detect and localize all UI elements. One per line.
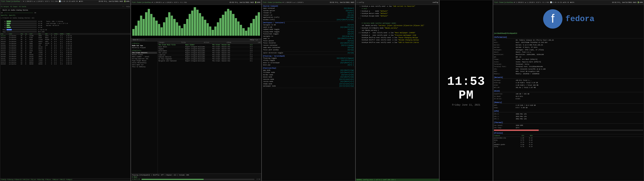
- viz-bar: [206, 23, 209, 36]
- f1-key[interactable]: F1 Output: [1, 6, 9, 8]
- search-input[interactable]: [139, 39, 250, 41]
- kb-row: focus children[S]+[Shift]+[a]: [263, 42, 354, 44]
- load-info: Load average: 1.91 1.37 1.8: [46, 22, 68, 24]
- table-row: 361243jordankhw200573M642M8B1S1.30.82.32…: [0, 37, 130, 38]
- viz-bar: [160, 27, 163, 36]
- network-section: [Network] Gateway:430 B/s Total 1... Eth…: [494, 76, 643, 89]
- cfg-line: # Variety mode (within wallpaper mode): [356, 22, 438, 24]
- process-table: PID USER PRI NI VIRT RES SHR S CPU% MEM%…: [0, 33, 130, 178]
- rp-ram: RAM:2.29 GiB / 15.9 GiB GB: [494, 104, 643, 106]
- viz-bar: [158, 24, 160, 36]
- svg-text:f: f: [551, 12, 554, 25]
- list-item[interactable]: Sagana Rupert Gregson-Williams The Crown…: [158, 48, 261, 50]
- rp-term-font: Terminal Font:Terminal Font: DroidSansMo…: [494, 66, 643, 68]
- viz-bar: [132, 29, 134, 36]
- cfg-line: bindsym Shift+a exec notify-send -u low …: [356, 42, 438, 44]
- kb-row: tabbed mode toggle[S]+[t]: [263, 28, 354, 31]
- help-type: Type ?: [255, 39, 260, 41]
- list-item[interactable]: Cabinet Returns Rupert Gregson-Williams …: [158, 56, 261, 58]
- cfg-line: # exit: [356, 8, 438, 10]
- kb-row: wallpaper mode [Ctrl]+[Alt]+[w]: [263, 85, 354, 88]
- kb-titlebar: fish /home/jordankhwu — ▼ 1.30KiB/s ▲ 1.…: [262, 0, 355, 5]
- information-title: [Information]: [494, 36, 643, 38]
- system-command-title: [System Command]: [263, 5, 354, 7]
- list-item[interactable]: The Letter Rupert Gregson-Williams The C…: [158, 52, 261, 54]
- list-item[interactable]: In This Together Rupert Gregson-Williams…: [158, 58, 261, 60]
- clock-panel: 11:53 PM Friday June 11, 2021: [440, 0, 493, 181]
- list-item[interactable]: The Crown Main Title Hans Zimmer The Cro…: [158, 44, 261, 46]
- proc-col-mem: MEM: [524, 135, 532, 136]
- thermal-title: [Thermal]: [494, 122, 643, 124]
- viz-bar: [230, 10, 232, 36]
- viz-bar: [242, 28, 244, 36]
- viz-bar: [252, 19, 255, 36]
- cpu-detail-section: [CPU] CPU 0:3006 MHz 12% CPU 1:3015 MHz …: [494, 110, 643, 120]
- playlist-mozart[interactable]: Mozart Piano: [132, 54, 157, 56]
- playlist-debussy[interactable]: This Is Debussy: [132, 66, 157, 68]
- progress-bar[interactable]: [142, 179, 254, 180]
- viz-bar: [142, 19, 145, 36]
- viz-bar: [212, 30, 214, 36]
- list-item[interactable]: Duck Shoot Rupert Gregson-Williams The C…: [158, 46, 261, 48]
- help-key: ? - help: [122, 6, 130, 8]
- rp-eth0: Eth0-Up:4.39 KiB/sTotal 4.19 GB: [494, 82, 643, 84]
- list-item: pulsevideo-sta1.250.14: [494, 137, 643, 139]
- rp-theme: Theme:Theme: Arc-Dark [GTK2/3]: [494, 58, 643, 61]
- list-item[interactable]: Limerick Rupert Gregson-Williams The Cro…: [158, 54, 261, 56]
- rp-cpu1: CPU 1:3015 MHz 12%: [494, 116, 643, 118]
- playlist-pipeorgan[interactable]: Pipe Organ Music: [132, 60, 157, 62]
- thermal-section: [Thermal] Fan Speed:3599 RPM CPU Temp:33…: [494, 122, 643, 131]
- information-section: [Information] OS:OS: Fedora release 34 (…: [494, 36, 643, 75]
- playlist-hanszimmer[interactable]: Hans Zimmer – Intel: [132, 56, 157, 58]
- audio-bar: ────────────────────────────────: [4, 12, 33, 14]
- kb-row: focus park window[S]+[p]: [263, 49, 354, 51]
- playlist-vera[interactable]: Vera Open Air: [132, 64, 157, 66]
- mem-val: 2.71G/15.5G: [38, 29, 47, 30]
- rp-terminal: Terminal:Terminal: kitty: [494, 63, 643, 66]
- proc-col-cpu: CPU: [516, 135, 524, 136]
- songs-header: ─Songs─ Title Artist Album Len: [158, 42, 261, 44]
- kb-row: navigate to WS[S]+[#]: [263, 24, 354, 26]
- viz-bar: [168, 12, 170, 36]
- list-item[interactable]: Government Rupert Gregson-Williams The C…: [158, 50, 261, 52]
- table-row: 361636jordankhw2008829669836S00.00.60:00…: [0, 63, 130, 65]
- viz-bar: [204, 20, 206, 36]
- cfg-line: bindsym p exec notify-send -u low "Previ…: [356, 34, 438, 36]
- memory-title: [Memory]: [494, 102, 643, 104]
- rp-wifi: WFi-UP:391 Bs | Total 2.07 MB: [494, 86, 643, 89]
- cfg-line: 9 bindsym q mode "default": [356, 10, 438, 12]
- viz-bar: [171, 16, 173, 36]
- progress-fill: [142, 179, 204, 180]
- viz-bar: [178, 26, 180, 36]
- made-for-you[interactable]: Made For You: [132, 45, 157, 47]
- list-item: corky0.750.14: [494, 146, 643, 148]
- table-row: 361532jordankhw200104M75216S00.00.70:54.…: [0, 50, 130, 52]
- table-row: 361242jordankhw2001228M396H187S00.20.56:…: [0, 35, 130, 37]
- f2-key[interactable]: F2 Input: [10, 6, 18, 8]
- viz-bar: [217, 22, 219, 36]
- list-item[interactable]: Margaret and Townsend Rupert Gregson-Wil…: [158, 60, 261, 62]
- playlist-crown-seasons[interactable]: The Crown Seasons: [132, 52, 157, 54]
- table-row: 361564jordankhw200131M44K31M00.00.10:10.…: [0, 44, 130, 46]
- library-title: ─Library─: [132, 43, 157, 44]
- f3-key[interactable]: F3 Cards: [19, 6, 26, 8]
- memory-section: [Memory] RAM:2.29 GiB / 15.9 GiB GB Swap…: [494, 102, 643, 109]
- recently-played[interactable]: Recently Played: [132, 47, 157, 49]
- bottom-cmd-bar: F1Help F2Setup F3Search F4Filter F5List …: [0, 178, 130, 181]
- playlist-stringquartet[interactable]: String Quartet 101: [132, 58, 157, 60]
- kb-row: reload i3[S]+[r]: [263, 12, 354, 14]
- music-panel: fish /home/jordankhwu — ▼ 1.30KiB/s ▲ 1.…: [131, 0, 262, 181]
- viz-bar: [224, 12, 227, 36]
- progress-area: 3:06/5:41 -2:34: [132, 178, 260, 180]
- kb-row: floating toggle[S]+[Shift]+[Space]: [263, 57, 354, 60]
- rp-icons: Icons:Icons: Papirus-Dark [GTK2/3]: [494, 61, 643, 63]
- kb-row: titlebar mode[S]+[Shift]+[t]: [263, 72, 354, 74]
- viz-bar: [148, 9, 150, 36]
- left-stats: ▼ 1.30KiB/s ▲ 1.12KiB/s 🌡53°c ⚡3.1 GHz 📊…: [23, 1, 83, 2]
- viz-bar: [191, 10, 193, 36]
- split-direction-row: split direction toggle [S]+[b]: [263, 52, 354, 54]
- disk-title: [Disk]: [494, 90, 643, 92]
- playlist-cello[interactable]: Cello Melancholy: [132, 62, 157, 64]
- kb-row: focus parent[S]+[a]: [263, 40, 354, 42]
- wallpaper-mode-label: wallpaper mode: [263, 85, 330, 88]
